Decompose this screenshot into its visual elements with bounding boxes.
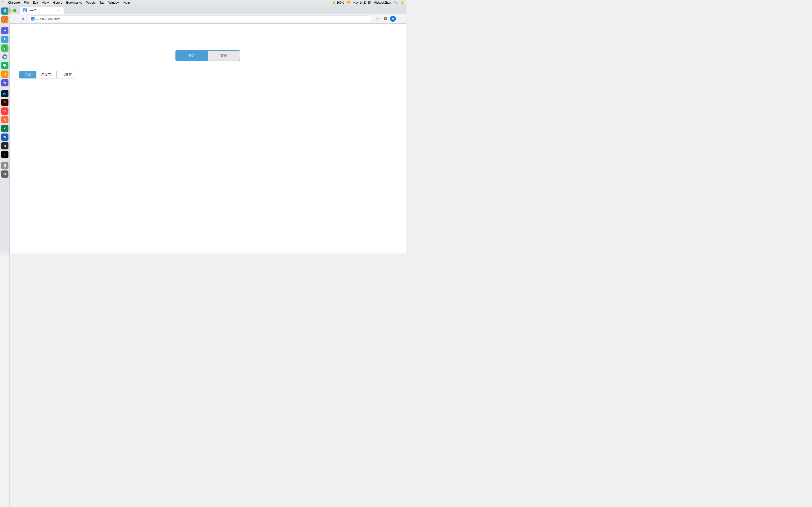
svg-rect-5 [386,17,387,18]
svg-rect-7 [386,19,387,20]
page-content: 资产 支付 全部 未发布 已发布 [10,24,406,253]
dock-item-terminal[interactable]: >_ [1,151,9,158]
avatar: M [390,16,396,22]
menubar-bookmarks[interactable]: Bookmarks [66,1,82,4]
dock-item-bottom-1[interactable]: 📋 [1,162,9,169]
dock-item-github[interactable]: ⊛ [1,142,9,150]
tab-close-button[interactable]: ✕ [57,8,61,12]
url-text: 127.0.0.1:8080/#/ [36,17,369,20]
reload-button[interactable]: ↻ [19,15,26,22]
menubar-search-icon[interactable]: 🔍 [394,1,398,4]
menubar-window[interactable]: Window [108,1,120,4]
dock-item-chrome[interactable] [1,53,9,61]
menubar-help[interactable]: Help [123,1,130,4]
url-bar[interactable]: 127.0.0.1:8080/#/ [28,15,372,22]
dock-item-5[interactable]: W [1,79,9,87]
menubar-datetime: Nov 14 23:35 [354,1,371,4]
menubar-chrome[interactable]: Chrome [8,1,20,4]
menu-icon[interactable]: ⋮ [397,15,404,22]
menubar-notifications[interactable]: 🔔 [400,1,404,4]
menubar-file[interactable]: File [24,1,29,4]
address-bar-actions: ☆ M ⋮ [374,15,404,22]
url-favicon-icon [31,17,35,20]
menubar-people[interactable]: People [86,1,95,4]
tab-title: vue02 [29,9,55,12]
app-dock: 🖥 🚀 ✦ A 🐧 [0,24,10,253]
dock-item-1[interactable]: ✦ [1,27,9,35]
tab-assets[interactable]: 资产 [176,51,208,61]
profile-icon[interactable]: M [390,15,396,22]
tab-bar: vue02 ✕ + [0,5,406,14]
tab-favicon [23,8,27,12]
dock-item-ai[interactable]: Ai [1,99,9,106]
dock-separator-2 [2,88,8,89]
new-tab-button[interactable]: + [63,7,70,13]
address-bar: ← → ↻ 127.0.0.1:8080/#/ ☆ [0,14,406,24]
menubar-battery: 🔋 100% [332,1,344,4]
tab-payment[interactable]: 支付 [208,51,240,61]
svg-point-3 [33,18,33,19]
chrome-window: vue02 ✕ + ← → ↻ 127.0.0.1:8080/#/ ☆ [0,5,406,253]
menubar:  Chrome File Edit View History Bookmark… [0,0,406,5]
dock-separator-1 [2,25,8,25]
dock-item-6[interactable]: ✂ [1,107,9,115]
dock-item-4[interactable]: Q [1,70,9,78]
svg-rect-6 [384,19,385,20]
menubar-edit[interactable]: Edit [33,1,38,4]
menubar-wifi: 📶 [347,1,351,4]
menubar-history[interactable]: History [53,1,62,4]
filter-published[interactable]: 已发布 [57,71,77,78]
dock-item-excel[interactable]: X [1,125,9,132]
dock-item-ps[interactable]: Ps [1,90,9,98]
menubar-tab[interactable]: Tab [100,1,105,4]
dock-item-word[interactable]: W [1,133,9,141]
active-tab[interactable]: vue02 ✕ [20,7,63,14]
svg-rect-4 [384,17,385,18]
svg-point-1 [24,10,26,11]
filter-all[interactable]: 全部 [19,71,36,78]
forward-button[interactable]: → [11,15,17,22]
filter-button-group: 全部 未发布 已发布 [19,71,396,78]
menubar-view[interactable]: View [42,1,49,4]
svg-point-9 [4,56,6,58]
dock-item-wechat[interactable]: 💬 [1,62,9,69]
dock-item-3[interactable]: 🐧 [1,44,9,52]
dock-item-2[interactable]: A [1,36,9,43]
dock-item-7[interactable]: X [1,116,9,124]
apple-menu[interactable]:  [2,1,3,5]
menubar-right: 🔋 100% 📶 Nov 14 23:35 Michael Zhan 🔍 🔔 [332,1,404,4]
filter-unpublished[interactable]: 未发布 [36,71,57,78]
dock-item-bottom-2[interactable]: ⚙ [1,170,9,178]
maximize-button[interactable] [13,9,16,12]
menubar-user: Michael Zhan [373,1,391,4]
extensions-icon[interactable] [382,15,389,22]
page-tab-group: 资产 支付 [175,50,240,61]
bookmark-icon[interactable]: ☆ [374,15,381,22]
